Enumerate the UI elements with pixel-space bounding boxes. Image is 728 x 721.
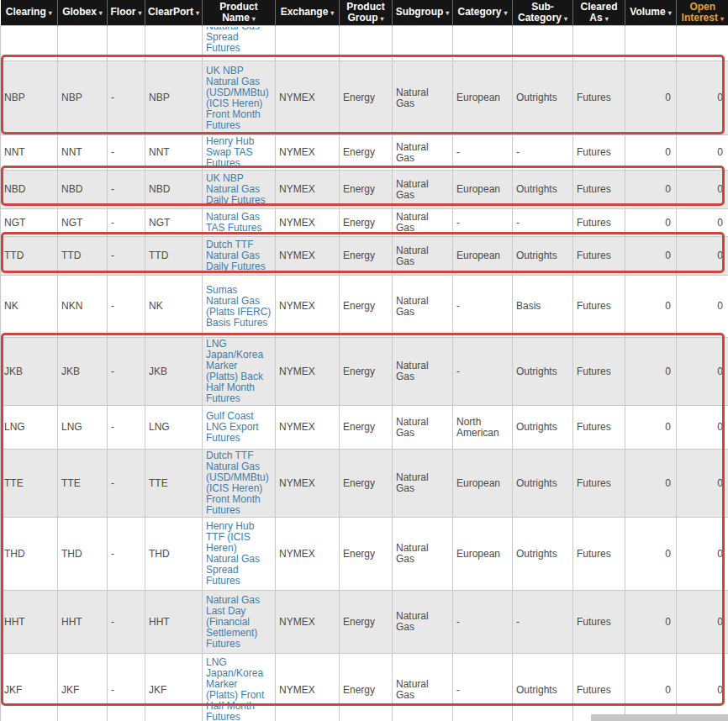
cell-clearing: NBP [1, 61, 58, 135]
table-row: NKNKN-NKSumas Natural Gas (Platts IFERC)… [1, 276, 728, 338]
cell-open_interest: 0 [677, 654, 728, 721]
cell-value: Energy [343, 217, 375, 229]
cell-value: 0 [717, 183, 723, 195]
cell-exchange: NYMEX [276, 591, 340, 654]
cell-value: LNG [149, 421, 170, 433]
column-header-product_group[interactable]: Product Group▾ [340, 0, 393, 26]
product-link[interactable]: Henry Hub TTF (ICIS Heren) Natural Gas S… [206, 521, 272, 587]
sort-desc-icon[interactable]: ▾ [196, 9, 199, 17]
sort-desc-icon[interactable]: ▾ [605, 15, 609, 23]
cell-value: NYMEX [279, 146, 315, 158]
column-label: Sub-Category [518, 1, 562, 24]
cell-product_name: UK NBP Natural Gas Daily Futures [203, 171, 276, 209]
sort-desc-icon[interactable]: ▾ [99, 9, 103, 17]
product-link[interactable]: Sumas Natural Gas (Platts IFERC) Basis F… [206, 285, 272, 329]
product-link[interactable]: Natural Gas TAS Futures [206, 212, 272, 234]
column-header-volume[interactable]: Volume▾ [625, 0, 677, 26]
cell-value: 0 [665, 477, 671, 489]
column-header-clearing[interactable]: Clearing▾ [1, 0, 58, 26]
cell-subgroup: Natural Gas [393, 135, 453, 171]
table-row: LNGLNG-LNGGulf Coast LNG Export FuturesN… [1, 406, 728, 450]
cell-value: Energy [343, 183, 375, 195]
cell-clearing: TTE [1, 450, 58, 518]
sort-desc-icon[interactable]: ▾ [720, 15, 724, 23]
cell-globex [58, 26, 108, 61]
cell-value: JKF [4, 684, 22, 696]
table-row: JKFJKF-JKFLNG Japan/Korea Marker (Platts… [1, 654, 728, 721]
sort-desc-icon[interactable]: ▾ [504, 9, 508, 17]
cell-product_group: Energy [340, 591, 393, 654]
table-header: Clearing▾Globex▾Floor▾ClearPort▾Product … [1, 0, 728, 26]
product-link[interactable]: Natural Gas Spread Futures [206, 27, 272, 54]
sort-desc-icon[interactable]: ▾ [49, 9, 52, 17]
cell-product_group: Energy [340, 237, 393, 276]
cell-value: NBP [61, 92, 82, 103]
sort-desc-icon[interactable]: ▾ [138, 9, 141, 17]
cell-value: NNT [4, 146, 25, 158]
cell-value: Futures [577, 421, 611, 433]
sort-desc-icon[interactable]: ▾ [252, 15, 256, 23]
cell-value: THD [149, 548, 170, 560]
cell-category: - [453, 338, 513, 406]
cell-open_interest: 0 [677, 338, 728, 406]
cell-cleared_as: Futures [573, 171, 625, 209]
sort-desc-icon[interactable]: ▾ [330, 9, 334, 17]
product-link[interactable]: Dutch TTF Natural Gas (USD/MMBtu) (ICIS … [206, 450, 272, 516]
cell-product_group: Energy [340, 61, 393, 135]
cell-value: Natural Gas [396, 416, 429, 439]
column-label: Open Interest [682, 1, 718, 24]
cell-value: TTE [149, 477, 168, 489]
cell-category: - [453, 591, 513, 654]
cell-sub_category: - [513, 135, 573, 171]
cell-cleared_as: Futures [573, 518, 625, 591]
table-body: Natural Gas Spread FuturesNBPNBP-NBPUK N… [1, 26, 728, 721]
cell-value: Outrights [516, 92, 557, 103]
cell-value: North American [456, 416, 499, 439]
product-link[interactable]: Gulf Coast LNG Export Futures [206, 411, 272, 444]
product-link[interactable]: LNG Japan/Korea Marker (Platts) Front Ha… [206, 657, 272, 721]
cell-product_name: Gulf Coast LNG Export Futures [203, 406, 276, 450]
column-header-sub_category[interactable]: Sub-Category▾ [513, 0, 573, 26]
product-link[interactable]: UK NBP Natural Gas Daily Futures [206, 173, 272, 206]
cell-floor: - [108, 171, 145, 209]
cell-value: JKF [149, 684, 166, 696]
sort-desc-icon[interactable]: ▾ [380, 15, 383, 23]
cell-clearport: NNT [145, 135, 203, 171]
cell-subgroup: Natural Gas [393, 61, 453, 135]
column-header-floor[interactable]: Floor▾ [108, 0, 145, 26]
cell-value: Natural Gas [396, 211, 429, 234]
horizontal-scrollbar-thumb[interactable] [591, 714, 728, 721]
cell-value: 0 [665, 684, 671, 696]
column-header-exchange[interactable]: Exchange▾ [276, 0, 340, 26]
cell-sub_category: Outrights [513, 518, 573, 591]
column-label: Clearing [6, 6, 46, 18]
cell-exchange: NYMEX [276, 276, 340, 338]
sort-desc-icon[interactable]: ▾ [668, 9, 672, 17]
cell-value: Futures [577, 92, 611, 103]
product-link[interactable]: LNG Japan/Korea Marker (Platts) Back Hal… [206, 339, 272, 404]
column-header-subgroup[interactable]: Subgroup▾ [393, 0, 453, 26]
cell-volume: 0 [625, 450, 677, 518]
column-header-cleared_as[interactable]: Cleared As▾ [573, 0, 625, 26]
cell-value: TTD [4, 250, 24, 261]
sort-desc-icon[interactable]: ▾ [446, 9, 449, 17]
cell-clearport: TTD [145, 237, 203, 276]
cell-value: Basis [516, 300, 541, 312]
product-link[interactable]: Natural Gas Last Day (Financial Settleme… [206, 595, 272, 650]
column-header-open_interest[interactable]: Open Interest▾ [677, 0, 728, 26]
column-header-globex[interactable]: Globex▾ [58, 0, 108, 26]
product-link[interactable]: Dutch TTF Natural Gas Daily Futures [206, 239, 272, 272]
cell-subgroup: Natural Gas [393, 450, 453, 518]
column-header-category[interactable]: Category▾ [453, 0, 513, 26]
product-link[interactable]: Henry Hub Swap TAS Futures [206, 136, 272, 169]
cell-value: Futures [577, 146, 611, 158]
column-header-product_name[interactable]: Product Name▾ [203, 0, 276, 26]
column-header-clearport[interactable]: ClearPort▾ [145, 0, 203, 26]
cell-open_interest: 0 [677, 61, 728, 135]
cell-value: 0 [717, 146, 723, 158]
product-link[interactable]: UK NBP Natural Gas (USD/MMBtu) (ICIS Her… [206, 66, 272, 131]
cell-floor [108, 26, 145, 61]
sort-desc-icon[interactable]: ▾ [564, 15, 567, 23]
cell-volume: 0 [625, 591, 677, 654]
cell-value: Natural Gas [396, 245, 429, 267]
